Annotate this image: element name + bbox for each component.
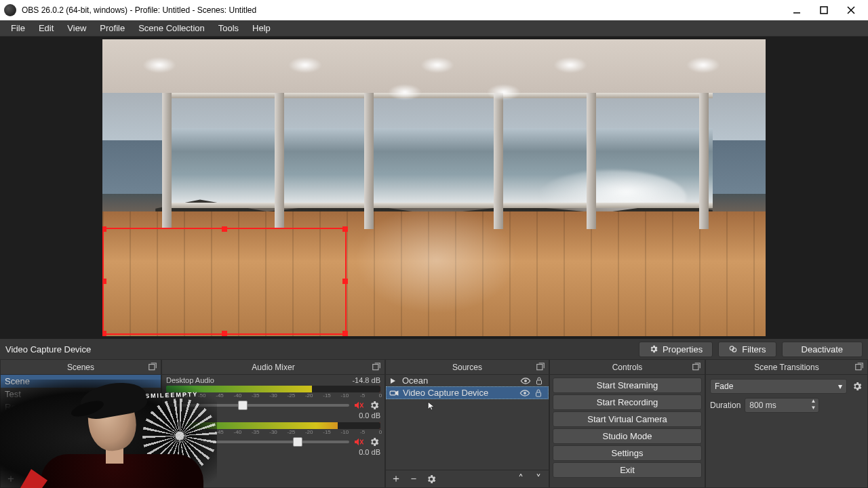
scenes-list[interactable]: Scene Test Road Blocks Green Screen Scen… — [1, 375, 161, 439]
menu-scene-collection[interactable]: Scene Collection — [132, 22, 212, 35]
svg-rect-15 — [537, 380, 542, 384]
resize-handle[interactable] — [102, 331, 106, 336]
start-virtual-camera-button[interactable]: Start Virtual Camera — [553, 411, 702, 427]
sources-dock: Sources Ocean Video Capture Device ＋ － ˄… — [385, 359, 549, 488]
window-close-button[interactable] — [844, 3, 859, 18]
dock-popout-icon[interactable] — [854, 361, 865, 372]
duration-spinbox[interactable]: 800 ms ▲ ▼ — [745, 398, 819, 413]
add-source-button[interactable]: ＋ — [390, 473, 402, 485]
scenes-header: Scenes — [1, 360, 161, 375]
preview-canvas[interactable] — [102, 39, 766, 336]
scene-down-button[interactable]: ˅ — [144, 473, 157, 485]
remove-scene-button[interactable]: － — [22, 473, 35, 485]
tick-label: -10 — [341, 392, 349, 399]
dock-popout-icon[interactable] — [535, 361, 546, 372]
volume-slider[interactable] — [166, 441, 349, 443]
lock-toggle[interactable] — [534, 388, 545, 398]
controls-title: Controls — [612, 363, 643, 372]
menu-view[interactable]: View — [60, 22, 93, 35]
channel-settings-button[interactable] — [368, 399, 380, 411]
transitions-header: Scene Transitions — [706, 360, 867, 375]
dock-popout-icon[interactable] — [147, 361, 158, 372]
scene-up-button[interactable]: ˄ — [127, 473, 139, 485]
tick-label: -30 — [269, 392, 277, 399]
dock-popout-icon[interactable] — [691, 361, 702, 372]
resize-handle[interactable] — [102, 226, 106, 232]
scenes-title: Scenes — [67, 363, 94, 372]
ceiling-light-icon — [388, 84, 422, 100]
channel-settings-button[interactable] — [368, 436, 380, 448]
menu-profile[interactable]: Profile — [93, 22, 132, 35]
tick-label: -60 — [162, 392, 170, 399]
source-properties-button[interactable] — [425, 473, 437, 485]
tick-label: -20 — [305, 392, 313, 399]
scene-pillar — [275, 93, 284, 229]
menu-tools[interactable]: Tools — [212, 22, 245, 35]
source-toolbar: Video Capture Device Properties Filters … — [0, 339, 868, 359]
tick-label: -5 — [360, 392, 365, 399]
svg-rect-1 — [821, 7, 827, 14]
chevron-down-icon: ▾ — [838, 382, 842, 391]
ceiling-light-icon — [686, 57, 720, 73]
mixer-channel: Desktop Audio-14.8 dB-60-55-50-45-40-35-… — [162, 375, 384, 420]
studio-mode-button[interactable]: Studio Mode — [553, 428, 702, 444]
source-selection-rect[interactable] — [102, 228, 347, 335]
preview-area[interactable] — [0, 37, 868, 339]
source-item[interactable]: Ocean — [386, 375, 549, 386]
spin-down-icon[interactable]: ▼ — [808, 405, 818, 412]
sources-list[interactable]: Ocean Video Capture Device — [386, 375, 549, 399]
scene-item[interactable]: Scene 2 — [1, 426, 161, 439]
volume-slider[interactable] — [166, 404, 349, 407]
remove-source-button[interactable]: － — [408, 473, 420, 485]
deactivate-button[interactable]: Deactivate — [782, 342, 863, 357]
tick-label: -45 — [216, 429, 224, 435]
transition-current: Fade — [715, 382, 733, 391]
resize-handle[interactable] — [102, 279, 106, 284]
app-logo-icon — [4, 4, 16, 16]
scene-item[interactable]: Test — [1, 388, 161, 401]
svg-rect-6 — [149, 365, 155, 370]
start-streaming-button[interactable]: Start Streaming — [553, 378, 702, 393]
mute-button[interactable] — [353, 400, 364, 411]
play-icon — [389, 377, 398, 385]
ceiling-light-icon — [142, 57, 176, 73]
scene-item[interactable]: Road Blocks — [1, 401, 161, 413]
tick-label: -5 — [360, 429, 365, 435]
window-titlebar: OBS 26.0.2 (64-bit, windows) - Profile: … — [0, 0, 868, 20]
filters-button[interactable]: Filters — [718, 342, 776, 357]
menu-edit[interactable]: Edit — [32, 22, 60, 35]
menu-file[interactable]: File — [4, 22, 32, 35]
scene-item[interactable]: Green Screen — [1, 413, 161, 426]
mute-button[interactable] — [353, 436, 364, 447]
source-down-button[interactable]: ˅ — [532, 473, 545, 485]
lock-toggle[interactable] — [535, 376, 546, 386]
selected-source-label: Video Capture Device — [5, 344, 222, 354]
dock-popout-icon[interactable] — [371, 361, 382, 372]
controls-dock: Controls Start StreamingStart RecordingS… — [549, 359, 705, 488]
visibility-toggle[interactable] — [519, 389, 530, 397]
settings-button[interactable]: Settings — [553, 445, 702, 461]
svg-point-14 — [525, 380, 527, 382]
resize-handle[interactable] — [342, 226, 348, 232]
scene-pillar — [587, 93, 596, 229]
transition-select[interactable]: Fade ▾ — [710, 379, 847, 394]
tick-label: 0 — [379, 392, 382, 399]
properties-button[interactable]: Properties — [639, 342, 713, 357]
source-up-button[interactable]: ˄ — [515, 473, 527, 485]
exit-button[interactable]: Exit — [553, 462, 702, 478]
resize-handle[interactable] — [342, 279, 348, 284]
window-minimize-button[interactable] — [789, 3, 804, 18]
source-item[interactable]: Video Capture Device — [386, 386, 549, 399]
visibility-toggle[interactable] — [520, 377, 531, 385]
channel-name: Desktop Audio — [166, 376, 214, 384]
resize-handle[interactable] — [222, 226, 227, 232]
resize-handle[interactable] — [342, 331, 348, 336]
resize-handle[interactable] — [222, 331, 227, 336]
channel-db: -14.8 dB — [352, 376, 380, 384]
transition-settings-button[interactable] — [851, 380, 863, 392]
menu-help[interactable]: Help — [245, 22, 277, 35]
scene-item[interactable]: Scene — [1, 375, 161, 388]
start-recording-button[interactable]: Start Recording — [553, 394, 702, 410]
window-maximize-button[interactable] — [816, 3, 831, 18]
add-scene-button[interactable]: ＋ — [5, 473, 17, 485]
